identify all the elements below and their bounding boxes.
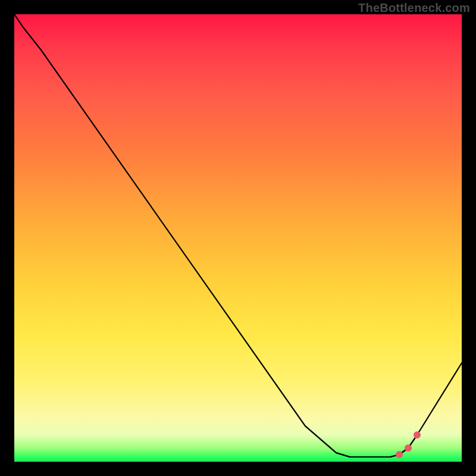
watermark-text: TheBottleneck.com xyxy=(358,1,470,15)
marker-dot xyxy=(396,451,403,458)
marker-dot xyxy=(405,444,412,452)
chart-frame: TheBottleneck.com xyxy=(0,0,476,476)
curve-path xyxy=(14,14,462,457)
bottleneck-curve xyxy=(14,14,462,462)
marker-dot xyxy=(414,431,421,439)
plot-area xyxy=(14,14,462,462)
